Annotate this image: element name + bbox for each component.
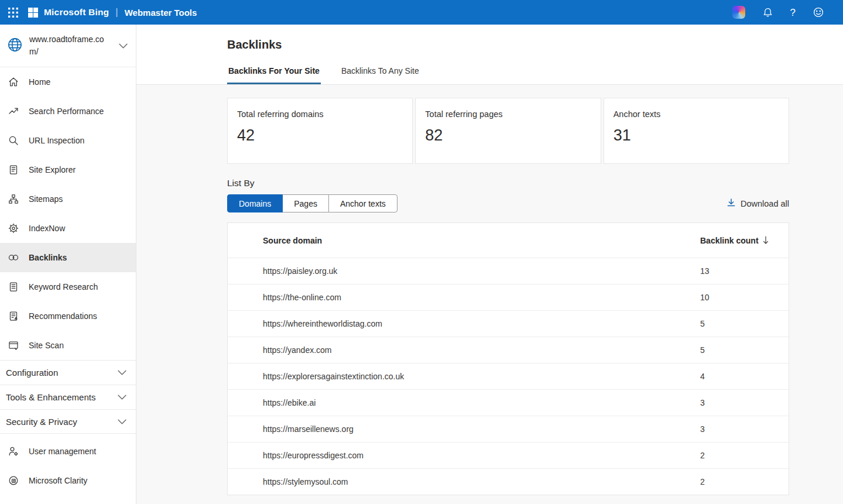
list-by-domains-button[interactable]: Domains — [227, 194, 283, 212]
sidebar-item-backlinks[interactable]: Backlinks — [0, 243, 136, 272]
source-domain-cell: https://explorersagainstextinction.co.uk — [263, 372, 404, 381]
sidebar-item-recommendations[interactable]: Recommendations — [0, 301, 136, 331]
list-by-anchor-texts-button[interactable]: Anchor texts — [328, 194, 397, 212]
content-area: Total referring domains 42 Total referri… — [136, 85, 843, 504]
sidebar-section-tools-enhancements[interactable]: Tools & Enhancements — [0, 385, 136, 409]
sidebar-nav: Home Search Performance URL Inspection S… — [0, 67, 136, 360]
main-header: Backlinks Backlinks For Your Site Backli… — [136, 25, 843, 85]
source-domain-cell: https://stylemysoul.com — [263, 477, 348, 486]
table-row[interactable]: https://europressdigest.com 2 — [228, 442, 789, 468]
sidebar: www.roadtoframe.com/ Home Search Perform… — [0, 25, 136, 504]
stat-card-referring-domains: Total referring domains 42 — [227, 98, 413, 164]
table-row[interactable]: https://the-online.com 10 — [228, 284, 789, 310]
column-header-source-domain: Source domain — [263, 236, 322, 245]
sidebar-item-label: Search Performance — [29, 107, 104, 116]
sidebar-item-indexnow[interactable]: IndexNow — [0, 214, 136, 243]
stat-label: Total referring pages — [425, 109, 591, 119]
sidebar-item-user-management[interactable]: User management — [0, 437, 136, 466]
backlinks-table: Source domain Backlink count https://pai… — [227, 222, 789, 495]
sidebar-item-label: IndexNow — [29, 224, 65, 233]
feedback-smiley-icon[interactable] — [813, 6, 824, 18]
sidebar-item-microsoft-clarity[interactable]: Microsoft Clarity — [0, 466, 136, 495]
backlink-count-cell: 13 — [700, 266, 710, 276]
sidebar-item-label: Keyword Research — [29, 282, 98, 292]
sidebar-item-search-performance[interactable]: Search Performance — [0, 97, 136, 126]
table-row[interactable]: https://whereintheworldistag.com 5 — [228, 310, 789, 337]
list-by-pages-button[interactable]: Pages — [282, 194, 329, 212]
tab-bar: Backlinks For Your Site Backlinks To Any… — [227, 66, 440, 84]
source-domain-cell: https://marseillenews.org — [263, 424, 354, 434]
stat-card-referring-pages: Total referring pages 82 — [415, 98, 601, 164]
backlink-count-cell: 5 — [700, 345, 705, 355]
clarity-icon — [8, 475, 19, 486]
stat-value: 82 — [425, 126, 591, 145]
globe-icon — [7, 37, 23, 55]
copilot-icon[interactable] — [732, 6, 745, 19]
download-icon — [727, 198, 735, 209]
app-launcher-icon[interactable] — [5, 4, 21, 20]
table-row[interactable]: https://paisley.org.uk 13 — [228, 258, 789, 284]
table-row[interactable]: https://ebike.ai 3 — [228, 389, 789, 416]
magnifier-icon — [8, 135, 19, 146]
backlink-count-cell: 3 — [700, 398, 705, 407]
sidebar-section-security-privacy[interactable]: Security & Privacy — [0, 409, 136, 434]
help-icon[interactable]: ? — [790, 8, 796, 18]
column-header-backlink-count[interactable]: Backlink count — [700, 236, 769, 245]
site-selector[interactable]: www.roadtoframe.com/ — [0, 25, 136, 67]
download-all-label: Download all — [741, 199, 789, 208]
brand-separator: | — [115, 6, 118, 18]
backlink-count-cell: 10 — [700, 293, 710, 302]
controls-row: Domains Pages Anchor texts Download all — [227, 194, 789, 212]
source-domain-cell: https://whereintheworldistag.com — [263, 319, 382, 328]
sidebar-item-label: URL Inspection — [29, 136, 84, 145]
sidebar-item-label: Sitemaps — [29, 194, 63, 204]
stat-label: Total referring domains — [237, 109, 403, 119]
sidebar-item-home[interactable]: Home — [0, 67, 136, 97]
backlink-count-cell: 5 — [700, 319, 705, 328]
microsoft-logo-icon — [28, 8, 38, 18]
sidebar-item-site-scan[interactable]: Site Scan — [0, 331, 136, 360]
stat-label: Anchor texts — [614, 109, 779, 119]
sidebar-item-label: Microsoft Clarity — [29, 476, 87, 485]
tab-backlinks-to-any-site[interactable]: Backlinks To Any Site — [340, 66, 420, 84]
sidebar-section-configuration[interactable]: Configuration — [0, 360, 136, 385]
table-row[interactable]: https://explorersagainstextinction.co.uk… — [228, 363, 789, 389]
link-icon — [8, 252, 19, 263]
list-by-label: List By — [227, 178, 789, 188]
sidebar-item-sitemaps[interactable]: Sitemaps — [0, 184, 136, 214]
person-gear-icon — [8, 445, 19, 457]
stat-card-anchor-texts: Anchor texts 31 — [604, 98, 789, 164]
backlink-count-cell: 4 — [700, 372, 705, 381]
download-all-button[interactable]: Download all — [727, 198, 789, 209]
sidebar-item-url-inspection[interactable]: URL Inspection — [0, 126, 136, 155]
sidebar-item-label: Site Scan — [29, 341, 64, 350]
tab-backlinks-for-your-site[interactable]: Backlinks For Your Site — [227, 66, 321, 84]
source-domain-cell: https://the-online.com — [263, 293, 341, 302]
sidebar-item-label: Site Explorer — [29, 165, 76, 174]
section-label: Security & Privacy — [6, 417, 77, 427]
gear-icon — [8, 222, 19, 234]
notifications-bell-icon[interactable] — [762, 7, 773, 18]
product-name[interactable]: Webmaster Tools — [125, 8, 197, 18]
chevron-down-icon — [118, 395, 126, 400]
table-row[interactable]: https://yandex.com 5 — [228, 337, 789, 363]
document-alert-icon — [8, 310, 19, 322]
chevron-down-icon — [118, 370, 126, 375]
chevron-down-icon — [118, 419, 126, 424]
table-row[interactable]: https://stylemysoul.com 2 — [228, 468, 789, 495]
brand-name[interactable]: Microsoft Bing — [44, 7, 109, 18]
table-row[interactable]: https://marseillenews.org 3 — [228, 416, 789, 442]
backlink-count-cell: 2 — [700, 477, 705, 486]
sidebar-item-site-explorer[interactable]: Site Explorer — [0, 155, 136, 184]
document-list-icon — [8, 164, 19, 176]
document-lines-icon — [8, 281, 19, 293]
sidebar-item-keyword-research[interactable]: Keyword Research — [0, 272, 136, 301]
list-by-segmented-control: Domains Pages Anchor texts — [227, 194, 397, 212]
sidebar-item-label: User management — [29, 447, 96, 456]
backlink-count-cell: 2 — [700, 451, 705, 460]
stat-value: 31 — [614, 126, 779, 145]
source-domain-cell: https://ebike.ai — [263, 398, 316, 407]
source-domain-cell: https://europressdigest.com — [263, 451, 364, 460]
backlink-count-cell: 3 — [700, 424, 705, 434]
section-label: Tools & Enhancements — [6, 392, 95, 402]
